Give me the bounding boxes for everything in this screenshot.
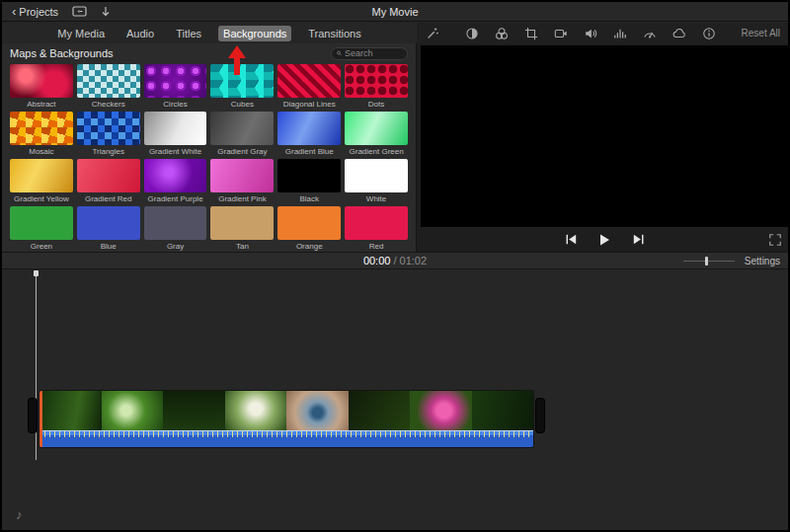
background-item-circles[interactable]: Circles [144, 64, 207, 109]
background-item-checkers[interactable]: Checkers [77, 64, 140, 109]
play-button[interactable] [595, 231, 613, 249]
background-thumbnail[interactable] [277, 206, 341, 240]
background-thumbnail[interactable] [210, 206, 274, 240]
tab-titles[interactable]: Titles [171, 26, 206, 41]
background-thumbnail[interactable] [210, 159, 274, 192]
background-item-orange[interactable]: Orange [277, 206, 341, 251]
backgrounds-grid: AbstractCheckersCirclesCubesDiagonal Lin… [2, 61, 416, 254]
background-item-white[interactable]: White [345, 159, 408, 203]
search-box[interactable] [331, 47, 408, 60]
background-thumbnail[interactable] [345, 159, 408, 192]
search-input[interactable] [345, 48, 402, 58]
skip-back-button[interactable] [562, 231, 580, 249]
background-item-red[interactable]: Red [345, 206, 408, 251]
second-row: My MediaAudioTitlesBackgroundsTransition… [2, 23, 788, 43]
skip-forward-button[interactable] [629, 231, 647, 249]
download-arrow-icon[interactable] [101, 6, 111, 18]
background-thumbnail[interactable] [10, 112, 73, 145]
background-thumbnail[interactable] [277, 112, 341, 145]
reset-all-button[interactable]: Reset All [742, 28, 780, 38]
browser-title: Maps & Backgrounds [10, 47, 114, 59]
background-item-triangles[interactable]: Triangles [77, 112, 140, 156]
volume-icon[interactable] [583, 26, 598, 41]
background-label: Orange [296, 242, 323, 251]
background-thumbnail[interactable] [10, 206, 73, 240]
background-item-gradient-pink[interactable]: Gradient Pink [210, 159, 274, 203]
film-frame [410, 391, 472, 430]
background-item-diagonal-lines[interactable]: Diagonal Lines [277, 64, 341, 109]
background-label: Dots [368, 100, 384, 109]
playhead[interactable] [36, 270, 37, 460]
magic-wand-icon[interactable] [425, 26, 440, 41]
info-icon[interactable] [701, 26, 717, 41]
tab-bar: My MediaAudioTitlesBackgroundsTransition… [2, 23, 417, 43]
effects-icon[interactable] [672, 26, 687, 41]
background-item-tan[interactable]: Tan [210, 206, 274, 251]
background-item-blue[interactable]: Blue [77, 206, 140, 251]
background-thumbnail[interactable] [77, 64, 140, 98]
clip-trim-handle-right[interactable] [536, 399, 544, 432]
preview-pane [417, 43, 790, 252]
background-item-gradient-gray[interactable]: Gradient Gray [210, 112, 274, 156]
fullscreen-icon[interactable] [768, 233, 782, 247]
tab-audio[interactable]: Audio [121, 26, 159, 41]
background-thumbnail[interactable] [345, 64, 408, 98]
background-item-gradient-yellow[interactable]: Gradient Yellow [10, 159, 73, 203]
background-thumbnail[interactable] [77, 112, 140, 145]
color-correction-icon[interactable] [494, 26, 510, 41]
stabilization-icon[interactable] [553, 26, 569, 41]
playhead-handle[interactable] [34, 270, 39, 276]
background-thumbnail[interactable] [345, 206, 408, 240]
background-item-gradient-white[interactable]: Gradient White [144, 112, 207, 156]
background-thumbnail[interactable] [277, 159, 341, 192]
background-thumbnail[interactable] [210, 112, 274, 145]
background-thumbnail[interactable] [277, 64, 341, 98]
background-item-green[interactable]: Green [10, 206, 73, 251]
background-label: Gradient Purple [148, 194, 203, 203]
background-music-icon: ♪ [16, 507, 23, 522]
background-thumbnail[interactable] [144, 206, 207, 240]
background-item-gradient-red[interactable]: Gradient Red [77, 159, 140, 203]
background-item-gradient-purple[interactable]: Gradient Purple [144, 159, 207, 203]
background-label: Diagonal Lines [283, 100, 336, 109]
video-clip[interactable] [40, 391, 533, 447]
film-frame [286, 391, 349, 430]
film-frame [40, 391, 102, 430]
film-frame [472, 391, 534, 430]
browser-header: Maps & Backgrounds [2, 43, 416, 61]
tab-transitions[interactable]: Transitions [303, 26, 365, 41]
background-thumbnail[interactable] [10, 64, 73, 98]
tab-my-media[interactable]: My Media [52, 26, 110, 41]
background-label: Blue [101, 242, 117, 251]
titlebar-left: ‹ Projects [2, 6, 219, 18]
arrow-head [228, 45, 246, 58]
background-thumbnail[interactable] [10, 159, 73, 192]
background-item-dots[interactable]: Dots [345, 64, 408, 109]
tab-backgrounds[interactable]: Backgrounds [218, 26, 291, 41]
zoom-slider-thumb[interactable] [705, 257, 708, 266]
color-balance-icon[interactable] [464, 26, 480, 41]
back-to-projects-button[interactable]: ‹ Projects [12, 6, 58, 18]
clip-trim-handle-left[interactable] [29, 399, 37, 432]
background-thumbnail[interactable] [77, 206, 140, 240]
background-label: Tan [236, 242, 249, 251]
crop-icon[interactable] [523, 26, 539, 41]
background-item-abstract[interactable]: Abstract [10, 64, 73, 109]
settings-button[interactable]: Settings [745, 256, 780, 266]
background-thumbnail[interactable] [345, 112, 408, 145]
background-label: Gradient Yellow [14, 194, 69, 203]
film-frame [102, 391, 164, 430]
speed-icon[interactable] [642, 26, 658, 41]
background-item-gray[interactable]: Gray [144, 206, 207, 251]
background-thumbnail[interactable] [77, 159, 140, 192]
background-thumbnail[interactable] [144, 159, 207, 192]
background-item-gradient-green[interactable]: Gradient Green [345, 112, 408, 156]
background-item-black[interactable]: Black [277, 159, 341, 203]
zoom-slider[interactable] [683, 256, 735, 266]
noise-reduction-icon[interactable] [612, 26, 628, 41]
background-item-mosaic[interactable]: Mosaic [10, 112, 73, 156]
background-item-gradient-blue[interactable]: Gradient Blue [277, 112, 341, 156]
background-thumbnail[interactable] [144, 112, 207, 145]
import-media-icon[interactable] [72, 6, 87, 18]
background-thumbnail[interactable] [144, 64, 207, 98]
